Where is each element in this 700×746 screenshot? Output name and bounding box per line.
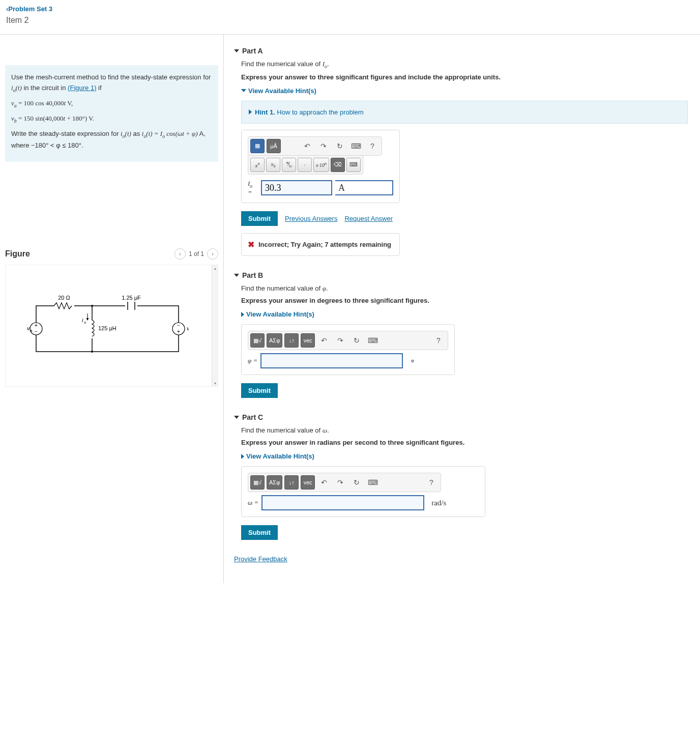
- feedback-box: ✖ Incorrect; Try Again; 7 attempts remai…: [241, 233, 400, 256]
- help-icon[interactable]: ?: [365, 139, 380, 153]
- undo-icon[interactable]: ↶: [317, 475, 331, 490]
- toolbar-c: ▦√ ΑΣφ ↓↑ vec ↶ ↷ ↻ ⌨ ?: [248, 473, 441, 492]
- pager-prev[interactable]: ‹: [174, 248, 186, 260]
- svg-text:1.25 μF: 1.25 μF: [122, 296, 141, 301]
- templates-button[interactable]: ▦√: [250, 475, 265, 490]
- answer-label-c: ω =: [248, 499, 258, 507]
- answer-label-b: φ =: [248, 357, 257, 365]
- svg-text:+: +: [177, 329, 180, 334]
- part-c-header[interactable]: Part C: [234, 413, 688, 421]
- units-button[interactable]: μÅ: [267, 139, 281, 153]
- backspace-button[interactable]: ⌫: [331, 158, 345, 172]
- reset-icon[interactable]: ↻: [349, 475, 364, 490]
- circuit-diagram: 20 Ω 1.25 μF 125 μH + − va −: [26, 296, 189, 367]
- part-a: Part A Find the numerical value of Io. E…: [234, 47, 688, 256]
- svg-text:a: a: [30, 328, 33, 333]
- help-icon[interactable]: ?: [424, 475, 439, 490]
- svg-text:20 Ω: 20 Ω: [58, 296, 70, 301]
- svg-point-23: [91, 305, 93, 307]
- answer-input-b[interactable]: [260, 353, 403, 368]
- problem-statement: Use the mesh-current method to find the …: [5, 65, 218, 162]
- templates-button[interactable]: ▦√: [250, 333, 265, 348]
- caret-down-icon: [241, 89, 246, 92]
- figure-title: Figure: [5, 249, 30, 259]
- undo-icon[interactable]: ↶: [317, 333, 331, 348]
- reset-icon[interactable]: ↻: [333, 139, 347, 153]
- caret-right-icon: [249, 109, 252, 114]
- provide-feedback-link[interactable]: Provide Feedback: [234, 555, 688, 563]
- svg-text:+: +: [35, 323, 38, 328]
- answer-unit-input[interactable]: A: [335, 180, 393, 195]
- toolbar-b: ▦√ ΑΣφ ↓↑ vec ↶ ↷ ↻ ⌨ ?: [248, 331, 448, 350]
- incorrect-icon: ✖: [248, 240, 254, 249]
- caret-down-icon: [234, 49, 239, 52]
- degree-unit: ∘: [410, 356, 415, 366]
- vec-button[interactable]: vec: [301, 475, 315, 490]
- keyboard-icon[interactable]: ⌨: [366, 333, 380, 348]
- dot-button[interactable]: ·: [298, 158, 312, 172]
- part-a-header[interactable]: Part A: [234, 47, 688, 55]
- caret-right-icon: [241, 312, 244, 317]
- scroll-up-icon[interactable]: ▴: [212, 265, 218, 271]
- figure-link[interactable]: (Figure 1): [68, 84, 96, 92]
- reset-icon[interactable]: ↻: [349, 333, 364, 348]
- answer-label-a: Io =: [248, 180, 258, 197]
- scrollbar[interactable]: ▴ ▾: [212, 265, 218, 386]
- view-hints-b[interactable]: View Available Hint(s): [241, 310, 688, 318]
- greek-button[interactable]: ΑΣφ: [267, 333, 282, 348]
- svg-text:−: −: [35, 329, 38, 334]
- submit-button-c[interactable]: Submit: [241, 525, 278, 540]
- rad-per-s-unit: rad/s: [431, 499, 446, 507]
- superscript-button[interactable]: xa: [250, 158, 265, 172]
- figure-viewport: ▴ ▾ 20 Ω 1.25 μF: [5, 265, 218, 387]
- sci-notation-button[interactable]: x·10n: [313, 158, 329, 172]
- greek-button[interactable]: ΑΣφ: [267, 475, 282, 490]
- redo-icon[interactable]: ↷: [333, 475, 347, 490]
- caret-down-icon: [234, 416, 239, 419]
- caret-down-icon: [234, 274, 239, 277]
- previous-answers-link[interactable]: Previous Answers: [285, 215, 337, 222]
- pager-next[interactable]: ›: [207, 248, 218, 260]
- svg-text:125 μH: 125 μH: [98, 325, 116, 331]
- request-answer-link[interactable]: Request Answer: [344, 215, 393, 222]
- svg-text:i: i: [82, 317, 83, 323]
- svg-rect-4: [125, 302, 137, 310]
- svg-text:o: o: [84, 320, 86, 325]
- updown-button[interactable]: ↓↑: [284, 333, 299, 348]
- help-icon[interactable]: ?: [431, 333, 446, 348]
- submit-button-a[interactable]: Submit: [241, 211, 278, 226]
- toolbar-a-1: ▦ μÅ ↶ ↷ ↻ ⌨ ?: [248, 136, 382, 156]
- svg-point-24: [91, 351, 93, 353]
- svg-text:v: v: [187, 325, 189, 331]
- redo-icon[interactable]: ↷: [333, 333, 347, 348]
- item-title: Item 2: [6, 16, 694, 25]
- redo-icon[interactable]: ↷: [316, 139, 331, 153]
- undo-icon[interactable]: ↶: [300, 139, 314, 153]
- fraction-button[interactable]: a⁄b: [282, 158, 296, 172]
- updown-button[interactable]: ↓↑: [284, 475, 299, 490]
- hint-1[interactable]: Hint 1. How to approach the problem: [249, 108, 680, 116]
- keyboard-icon[interactable]: ⌨: [349, 139, 363, 153]
- answer-value-input[interactable]: [261, 180, 332, 195]
- answer-area-a: ▦ μÅ ↶ ↷ ↻ ⌨ ? xa xb a⁄b · x·10n: [241, 130, 400, 204]
- svg-rect-8: [89, 320, 96, 338]
- view-hints-c[interactable]: View Available Hint(s): [241, 452, 688, 460]
- subscript-button[interactable]: xb: [266, 158, 280, 172]
- hint-box: Hint 1. How to approach the problem: [241, 101, 688, 124]
- vec-button[interactable]: vec: [301, 333, 315, 348]
- scroll-down-icon[interactable]: ▾: [212, 380, 218, 386]
- answer-input-c[interactable]: [261, 495, 424, 510]
- answer-area-b: ▦√ ΑΣφ ↓↑ vec ↶ ↷ ↻ ⌨ ? φ = ∘: [241, 324, 455, 375]
- part-b-header[interactable]: Part B: [234, 271, 688, 279]
- keyboard-toggle[interactable]: ⌨: [346, 158, 361, 172]
- view-hints-a[interactable]: View Available Hint(s): [241, 87, 688, 95]
- figure-pager: ‹ 1 of 1 ›: [174, 248, 218, 260]
- answer-area-c: ▦√ ΑΣφ ↓↑ vec ↶ ↷ ↻ ⌨ ? ω = rad/: [241, 466, 485, 517]
- templates-button[interactable]: ▦: [250, 139, 265, 153]
- part-c: Part C Find the numerical value of ω. Ex…: [234, 413, 688, 540]
- part-b: Part B Find the numerical value of φ. Ex…: [234, 271, 688, 398]
- submit-button-b[interactable]: Submit: [241, 383, 278, 398]
- toolbar-a-2: xa xb a⁄b · x·10n ⌫ ⌨: [248, 156, 363, 175]
- keyboard-icon[interactable]: ⌨: [366, 475, 380, 490]
- back-link[interactable]: ‹Problem Set 3: [6, 5, 694, 13]
